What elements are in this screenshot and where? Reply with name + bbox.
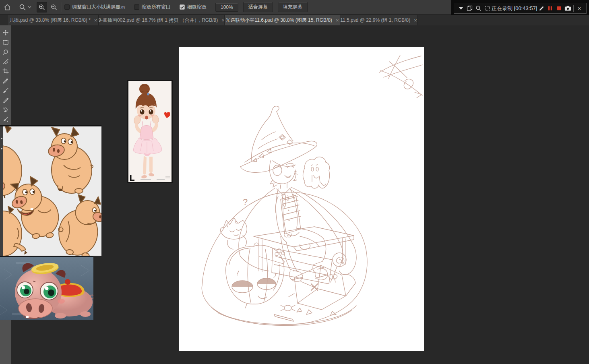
zoom-in-icon — [38, 4, 45, 11]
stop-icon — [556, 6, 562, 11]
brush-tool[interactable] — [0, 86, 11, 95]
chevron-down-icon — [28, 6, 31, 8]
recording-status: 正在录制 [00:43:57] — [492, 5, 537, 12]
tab-label: 9-童插画002.psd @ 16.7% (组 1 拷贝 （合并）, RGB/8… — [99, 17, 218, 24]
tab-document-1[interactable]: 儿插.psd @ 33.8% (图层 16, RGB/8) * × — [8, 15, 99, 25]
lasso-tool[interactable] — [0, 47, 11, 57]
sketch-candy — [274, 305, 295, 321]
close-icon[interactable]: × — [221, 18, 225, 23]
pencil-tool[interactable] — [0, 95, 11, 105]
close-icon[interactable]: × — [414, 18, 417, 23]
divider — [62, 2, 62, 12]
zoom-all-windows-checkbox[interactable]: 缩放所有窗口 — [134, 4, 180, 10]
recorder-menu-button[interactable] — [457, 4, 465, 13]
checkbox-unchecked[interactable] — [64, 4, 70, 10]
cartoon-pigs-illustration — [0, 126, 101, 256]
zoom-out-icon — [50, 4, 58, 11]
tab-document-2[interactable]: 9-童插画002.psd @ 16.7% (组 1 拷贝 （合并）, RGB/8… — [99, 15, 225, 25]
sketch-bench — [254, 227, 354, 284]
check-icon — [180, 6, 184, 9]
document-canvas[interactable]: ? — [179, 47, 424, 351]
reference-image-cartoon-pigs[interactable] — [0, 125, 101, 256]
sketch-ghost — [303, 157, 330, 188]
crop-icon — [2, 68, 9, 74]
home-button[interactable] — [3, 3, 11, 11]
magic-wand-icon — [2, 58, 9, 65]
move-tool[interactable] — [0, 28, 11, 37]
sketch-witch-hat — [240, 106, 317, 173]
camera-icon — [564, 5, 571, 11]
eyedropper-tool[interactable] — [0, 76, 11, 86]
sketch-pumpkin — [226, 243, 284, 308]
marquee-icon — [2, 39, 9, 46]
zoom-100-button[interactable]: 100% — [215, 3, 238, 12]
resize-windows-label: 调整窗口大小以满屏显示 — [72, 4, 125, 10]
close-recorder-button[interactable]: × — [575, 4, 584, 13]
mixer-brush-icon — [2, 116, 9, 123]
stop-recording-button[interactable] — [555, 4, 564, 13]
checkbox-unchecked[interactable] — [134, 4, 139, 10]
tab-label: 儿插.psd @ 33.8% (图层 16, RGB/8) * — [9, 17, 91, 24]
pencil-icon — [2, 97, 9, 103]
magic-wand-tool[interactable] — [0, 57, 11, 66]
screenshot-button[interactable] — [564, 4, 572, 13]
sketch-lollipop — [329, 253, 346, 282]
region-select-icon — [484, 5, 490, 11]
tab-document-4[interactable]: 11.5.psd @ 22.9% (组 1, RGB/8) × — [340, 15, 417, 25]
fit-screen-button[interactable]: 适合屏幕 — [243, 2, 273, 12]
lasso-icon — [2, 49, 9, 55]
tab-document-3-active[interactable]: 光遇联动小宰11.6.psd @ 38.8% (图层 15, RGB/8) × — [225, 15, 340, 25]
fine-zoom-checkbox[interactable]: 细微缩放 — [180, 4, 215, 10]
pig-3d-render — [0, 257, 93, 320]
recorder-zoom-button[interactable] — [474, 4, 483, 13]
pencil-icon — [539, 5, 545, 11]
sketch-bat-creature — [221, 218, 247, 249]
zoom-all-label: 缩放所有窗口 — [142, 4, 171, 10]
caret-down-icon — [459, 7, 463, 10]
zoom-tool-preset[interactable] — [19, 3, 31, 11]
window-select-button[interactable] — [465, 4, 474, 13]
close-icon[interactable]: × — [336, 18, 339, 23]
document-tab-bar: 儿插.psd @ 33.8% (图层 16, RGB/8) * × 9-童插画0… — [0, 15, 589, 25]
sketch-signature — [379, 55, 422, 98]
rectangular-marquee-tool[interactable] — [0, 37, 11, 47]
close-icon[interactable]: × — [94, 18, 97, 23]
sketch-character-face — [270, 161, 298, 187]
annotate-button[interactable] — [537, 4, 546, 13]
zoom-out-button[interactable] — [49, 2, 59, 12]
move-icon — [2, 29, 9, 36]
sketch-drawing: ? — [179, 47, 424, 351]
pause-icon — [548, 6, 553, 11]
brush-icon — [2, 87, 9, 94]
region-select-button[interactable] — [483, 4, 492, 13]
sketch-rock — [289, 265, 355, 315]
history-brush-tool[interactable] — [0, 105, 11, 115]
magnifier-icon — [475, 5, 482, 11]
tab-label: 11.5.psd @ 22.9% (组 1, RGB/8) — [340, 17, 410, 24]
reference-window-edge — [0, 126, 3, 256]
zoom-in-button[interactable] — [37, 2, 47, 12]
reference-image-3d-pig[interactable] — [0, 256, 93, 320]
reference-image-ballerina[interactable] — [127, 80, 173, 183]
sketch-character-body — [239, 183, 356, 275]
history-brush-icon — [2, 107, 9, 113]
tab-label: 光遇联动小宰11.6.psd @ 38.8% (图层 15, RGB/8) — [225, 17, 332, 24]
divider — [573, 5, 574, 12]
divider — [34, 2, 34, 12]
eyedropper-icon — [2, 78, 9, 84]
ballerina-illustration — [128, 81, 172, 182]
pause-recording-button[interactable] — [546, 4, 555, 13]
home-icon — [3, 3, 11, 11]
fill-screen-button[interactable]: 填充屏幕 — [278, 2, 308, 12]
zoom-tool-icon — [19, 3, 27, 11]
recorder-bar: 正在录制 [00:43:57] × — [454, 3, 587, 14]
sketch-question-mark: ? — [243, 197, 248, 207]
resize-windows-checkbox[interactable]: 调整窗口大小以满屏显示 — [64, 4, 134, 10]
fine-zoom-label: 细微缩放 — [187, 4, 207, 10]
checkbox-checked[interactable] — [180, 4, 185, 10]
crop-tool[interactable] — [0, 66, 11, 76]
window-select-icon — [467, 5, 473, 11]
mixer-brush-tool[interactable] — [0, 115, 11, 124]
